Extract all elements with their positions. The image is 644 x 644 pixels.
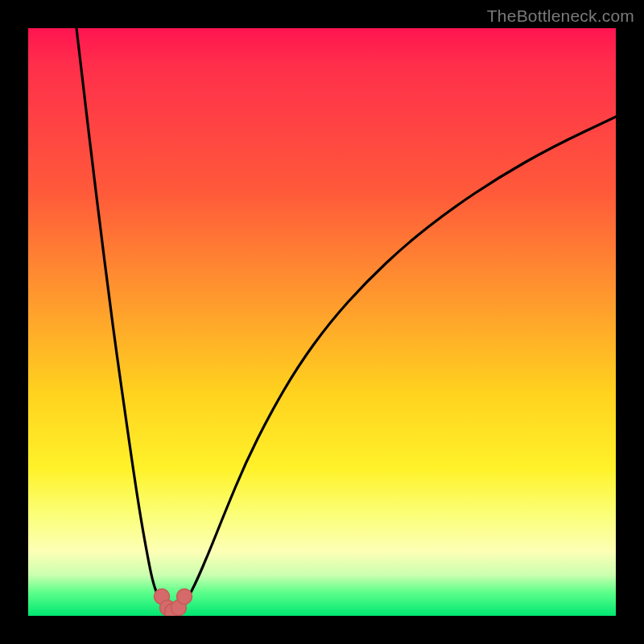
plot-area — [28, 28, 616, 616]
watermark-text: TheBottleneck.com — [487, 6, 634, 26]
curve-left-branch — [76, 28, 165, 606]
outer-frame: TheBottleneck.com — [0, 0, 644, 644]
bottleneck-curve — [28, 28, 616, 616]
trough-blob — [155, 589, 192, 617]
svg-point-4 — [177, 589, 192, 605]
curve-right-branch — [181, 117, 616, 606]
